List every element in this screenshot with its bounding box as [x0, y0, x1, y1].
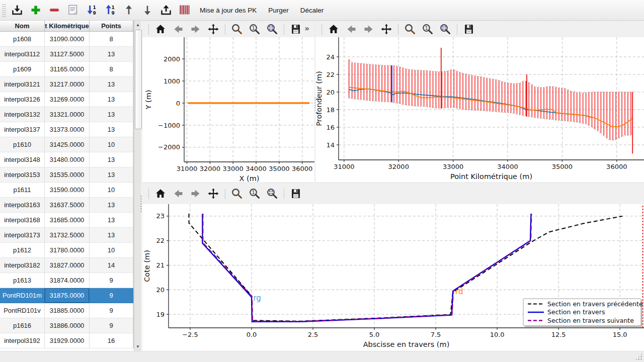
row-nom[interactable]: p1609	[0, 62, 45, 77]
forward-button[interactable]	[362, 22, 376, 36]
row-points[interactable]: 8	[90, 62, 133, 77]
row-pk[interactable]: 31780.0000	[45, 243, 90, 258]
row-pk[interactable]: 31827.0000	[45, 258, 90, 273]
column-header-nom[interactable]: Nom	[0, 21, 45, 31]
zoom-selection-button[interactable]	[438, 22, 452, 36]
row-points[interactable]: 9	[90, 273, 133, 288]
table-row[interactable]: p160831090.00008	[0, 32, 133, 47]
zoom-button[interactable]	[403, 22, 417, 36]
table-scrollbar[interactable]: ▲ ▼	[134, 21, 141, 351]
forward-button[interactable]	[189, 187, 203, 201]
export-button[interactable]	[158, 2, 174, 18]
home-button[interactable]	[327, 22, 341, 36]
row-points[interactable]: 13	[90, 122, 133, 137]
row-points[interactable]: 10	[90, 183, 133, 198]
column-header-pk[interactable]: t Kilométrique	[45, 21, 90, 31]
row-points[interactable]: 13	[90, 92, 133, 107]
trace-plot-canvas[interactable]: 310003200033000340003500036000−2000−1000…	[142, 37, 314, 182]
row-nom[interactable]: interpol3163	[0, 198, 45, 213]
table-row[interactable]: p161631886.00009	[0, 318, 133, 333]
row-nom[interactable]: interpol3132	[0, 107, 45, 122]
table-row[interactable]: interpol316831685.000013	[0, 213, 133, 228]
row-pk[interactable]: 31685.0000	[45, 213, 90, 228]
row-nom[interactable]: interpol3153	[0, 167, 45, 183]
row-pk[interactable]: 31480.0000	[45, 152, 90, 167]
move-down-button[interactable]	[139, 2, 155, 18]
table-row[interactable]: interpol316331637.500013	[0, 198, 133, 213]
row-nom[interactable]: interpol3168	[0, 213, 45, 228]
row-points[interactable]: 13	[90, 198, 133, 213]
zoom-original-button[interactable]: 1	[248, 187, 262, 201]
home-button[interactable]	[153, 187, 168, 201]
remove-section-button[interactable]	[46, 2, 62, 18]
row-points[interactable]: 13	[90, 167, 133, 183]
row-points[interactable]: 13	[90, 47, 133, 62]
row-nom[interactable]: p1610	[0, 137, 45, 152]
window-resize-grip[interactable]	[635, 353, 642, 360]
row-pk[interactable]: 31732.5000	[45, 228, 90, 243]
scrollbar-thumb[interactable]	[135, 30, 142, 129]
row-nom[interactable]: interpol3121	[0, 77, 45, 92]
scroll-down-button[interactable]: ▼	[134, 343, 141, 350]
zoom-original-button[interactable]: 1	[248, 22, 262, 36]
row-points[interactable]: 8	[90, 32, 133, 47]
row-pk[interactable]: 31321.0000	[45, 107, 90, 122]
row-points[interactable]: 9	[90, 318, 133, 333]
table-row[interactable]: interpol318231827.000014	[0, 258, 133, 273]
row-points[interactable]: 13	[90, 228, 133, 243]
row-pk[interactable]: 31373.0000	[45, 122, 90, 137]
sections-button[interactable]	[177, 2, 193, 18]
row-pk[interactable]: 31637.5000	[45, 198, 90, 213]
row-points[interactable]: 16	[90, 333, 133, 348]
zoom-button[interactable]	[230, 22, 244, 36]
pan-button[interactable]	[379, 22, 393, 36]
row-points[interactable]: 13	[90, 107, 133, 122]
toolbar-grip[interactable]	[2, 4, 6, 17]
add-section-button[interactable]	[28, 2, 44, 18]
forward-button[interactable]	[189, 22, 203, 36]
move-up-button[interactable]	[121, 2, 137, 18]
zoom-button[interactable]	[230, 187, 244, 201]
row-points[interactable]: 10	[90, 243, 133, 258]
table-row[interactable]: interpol319231929.000016	[0, 333, 133, 348]
save-figure-button[interactable]	[289, 187, 303, 201]
table-row[interactable]: interpol313231321.000013	[0, 107, 133, 122]
edit-notes-button[interactable]	[65, 2, 81, 18]
row-pk[interactable]: 31929.0000	[45, 333, 90, 348]
row-points[interactable]: 13	[90, 213, 133, 228]
table-row[interactable]: interpol317331732.500013	[0, 228, 133, 243]
save-figure-button[interactable]	[462, 22, 476, 36]
table-row[interactable]: interpol312131217.000013	[0, 77, 133, 92]
row-nom[interactable]: interpol3148	[0, 152, 45, 167]
table-row[interactable]: interpol314831480.000013	[0, 152, 133, 167]
row-pk[interactable]: 31885.0000	[45, 303, 90, 318]
pan-button[interactable]	[206, 187, 220, 201]
row-nom[interactable]: interpol3112	[0, 47, 45, 62]
row-pk[interactable]: 31590.0000	[45, 183, 90, 198]
row-pk[interactable]: 31165.0000	[45, 62, 90, 77]
row-pk[interactable]: 31269.0000	[45, 92, 90, 107]
row-points[interactable]: 13	[90, 77, 133, 92]
zoom-selection-button[interactable]	[265, 187, 279, 201]
table-row[interactable]: PontRD101m31875.00009	[0, 288, 133, 303]
zoom-selection-button[interactable]	[265, 22, 279, 36]
sort-ascending-button[interactable]: 1 9	[102, 2, 118, 18]
column-header-points[interactable]: Points	[90, 21, 133, 31]
scroll-up-button[interactable]: ▲	[134, 21, 141, 29]
save-figure-button[interactable]	[289, 22, 303, 36]
table-row[interactable]: p160931165.00008	[0, 62, 133, 77]
row-nom[interactable]: interpol3173	[0, 228, 45, 243]
table-row[interactable]: interpol313731373.000013	[0, 122, 133, 137]
row-pk[interactable]: 31535.0000	[45, 167, 90, 183]
toolbar-overflow-button[interactable]: »	[303, 23, 310, 34]
row-pk[interactable]: 31090.0000	[45, 32, 90, 47]
row-nom[interactable]: PontRD101v	[0, 303, 45, 318]
row-nom[interactable]: p1611	[0, 183, 45, 198]
row-pk[interactable]: 31886.0000	[45, 318, 90, 333]
table-row[interactable]: interpol312631269.000013	[0, 92, 133, 107]
sort-descending-button[interactable]: 1 9	[84, 2, 100, 18]
row-nom[interactable]: interpol3182	[0, 258, 45, 273]
row-points[interactable]: 9	[90, 288, 133, 303]
row-pk[interactable]: 31875.0000	[45, 288, 90, 303]
update-pk-button[interactable]: Mise à jour des PK	[195, 2, 261, 18]
